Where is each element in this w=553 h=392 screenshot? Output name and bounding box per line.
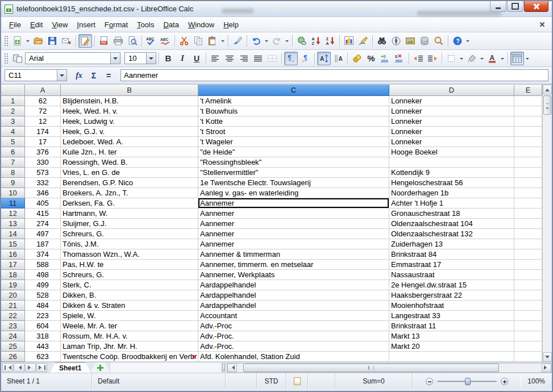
cell-C3[interactable]: 't Kotte xyxy=(198,116,389,127)
cell-E25[interactable] xyxy=(514,341,542,352)
select-all-corner[interactable] xyxy=(1,85,25,96)
cell-A8[interactable]: 573 xyxy=(25,168,61,178)
vertical-scrollbar[interactable] xyxy=(542,85,552,362)
cell-C18[interactable]: Aannemer, Werkplaats xyxy=(198,270,389,280)
cell-E14[interactable] xyxy=(514,229,542,239)
currency-button[interactable] xyxy=(350,52,364,65)
status-insert-mode[interactable] xyxy=(226,373,257,389)
cell-C12[interactable]: Aannemer xyxy=(198,208,389,219)
cell-A20[interactable]: 528 xyxy=(25,290,61,301)
cell-D21[interactable]: Mooienhofstraat xyxy=(389,301,514,311)
cell-D5[interactable]: Lonneker xyxy=(389,137,514,147)
cell-C16[interactable]: Aannemer & timmerman xyxy=(198,249,389,260)
cell-E22[interactable] xyxy=(514,311,542,321)
menu-help[interactable]: Help xyxy=(219,18,243,31)
scroll-left-icon[interactable] xyxy=(227,364,237,372)
toolbar-grip[interactable] xyxy=(4,35,8,47)
cell-D14[interactable]: Oldenzaalschestraat 132 xyxy=(389,229,514,239)
cell-B11[interactable]: Derksen, Fa. G. xyxy=(61,198,198,208)
cell-A11[interactable]: 405 xyxy=(25,198,61,208)
row-header-11[interactable]: 11 xyxy=(1,198,25,208)
sort-ascending-button[interactable]: AZ xyxy=(309,34,323,48)
cell-C17[interactable]: Aannemer, timmerm. en metselaar xyxy=(198,260,389,270)
cell-E7[interactable] xyxy=(514,157,542,168)
cell-B10[interactable]: Broekers, A. Jzn., T. xyxy=(61,188,198,198)
font-name-dropdown[interactable] xyxy=(110,53,120,64)
zoom-out-icon[interactable] xyxy=(426,378,433,385)
redo-dropdown[interactable] xyxy=(284,34,290,48)
zoom-slider-thumb[interactable] xyxy=(465,378,471,385)
row-header-22[interactable]: 22 xyxy=(1,311,25,321)
borders-button[interactable] xyxy=(444,52,458,65)
menu-insert[interactable]: Insert xyxy=(72,18,100,31)
data-sources-button[interactable] xyxy=(418,34,431,48)
cell-A1[interactable]: 62 xyxy=(25,96,61,106)
cell-E21[interactable] xyxy=(514,301,542,311)
styles-icon[interactable] xyxy=(11,52,24,65)
cell-A17[interactable]: 588 xyxy=(25,260,61,270)
open-button[interactable] xyxy=(31,34,45,48)
cell-B20[interactable]: Dikken, B. xyxy=(61,290,198,301)
cell-A21[interactable]: 484 xyxy=(25,301,61,311)
font-size-dropdown[interactable] xyxy=(146,53,156,64)
cell-C19[interactable]: Aardappelhandel xyxy=(198,280,389,290)
cell-B14[interactable]: Schreurs, G. xyxy=(61,229,198,239)
row-header-26[interactable]: 26 xyxy=(1,352,25,362)
status-zoom-level[interactable]: 100% xyxy=(521,373,552,389)
cell-C25[interactable]: Adv.-Proc. xyxy=(198,341,389,352)
cell-C20[interactable]: Aardappelhandel xyxy=(198,290,389,301)
cell-E23[interactable] xyxy=(514,321,542,331)
menu-file[interactable]: File xyxy=(5,18,26,31)
restore-button[interactable] xyxy=(507,1,523,12)
row-header-8[interactable]: 8 xyxy=(1,168,25,178)
cell-C2[interactable]: 't Bouwhuis xyxy=(198,106,389,116)
text-ltr-button[interactable]: ¶ xyxy=(284,52,298,65)
row-header-15[interactable]: 15 xyxy=(1,239,25,249)
vertical-scroll-thumb[interactable] xyxy=(543,95,551,115)
cell-E1[interactable] xyxy=(514,96,542,106)
cell-E6[interactable] xyxy=(514,147,542,157)
redo-button[interactable] xyxy=(270,34,284,48)
cell-D10[interactable]: Noorderhagen 1b xyxy=(389,188,514,198)
close-document-icon[interactable] xyxy=(536,19,548,30)
horizontal-scroll-thumb[interactable] xyxy=(243,364,499,372)
cell-E10[interactable] xyxy=(514,188,542,198)
menu-edit[interactable]: Edit xyxy=(26,18,47,31)
cell-A23[interactable]: 604 xyxy=(25,321,61,331)
cell-C26[interactable]: Afd. Kolenhandel, Station Zuid xyxy=(198,352,389,362)
row-header-17[interactable]: 17 xyxy=(1,260,25,270)
new-document-button[interactable] xyxy=(11,34,24,48)
paste-button[interactable] xyxy=(206,34,219,48)
cell-C13[interactable]: Aannemer xyxy=(198,219,389,229)
cell-B6[interactable]: Kuile Jzn., H. ter xyxy=(61,147,198,157)
cell-D18[interactable]: Nassaustraat xyxy=(389,270,514,280)
formula-input-line[interactable]: Aannemer xyxy=(120,69,548,81)
find-replace-button[interactable] xyxy=(375,34,389,48)
cell-B4[interactable]: Heek, G.J. v. xyxy=(61,127,198,137)
cell-A24[interactable]: 318 xyxy=(25,331,61,341)
cell-A15[interactable]: 187 xyxy=(25,239,61,249)
italic-button[interactable]: I xyxy=(176,52,189,65)
cell-B24[interactable]: Rossum, Mr. H.A. v. xyxy=(61,331,198,341)
cell-B21[interactable]: Dikken & v. Straten xyxy=(61,301,198,311)
cell-D2[interactable]: Lonneker xyxy=(389,106,514,116)
cell-E26[interactable] xyxy=(514,352,542,362)
cell-E24[interactable] xyxy=(514,331,542,341)
cell-D16[interactable]: Brinkstraat 84 xyxy=(389,249,514,260)
cell-A12[interactable]: 415 xyxy=(25,208,61,219)
cell-A22[interactable]: 223 xyxy=(25,311,61,321)
background-color-dropdown[interactable] xyxy=(479,52,485,65)
cell-B15[interactable]: Tönis, J.M. xyxy=(61,239,198,249)
background-color-button[interactable] xyxy=(465,52,479,65)
horizontal-scrollbar[interactable] xyxy=(227,363,552,373)
row-header-14[interactable]: 14 xyxy=(1,229,25,239)
cell-D6[interactable]: Hooge Boekel xyxy=(389,147,514,157)
align-right-button[interactable] xyxy=(237,52,251,65)
row-header-16[interactable]: 16 xyxy=(1,249,25,260)
name-box-dropdown[interactable] xyxy=(57,70,66,81)
row-header-12[interactable]: 12 xyxy=(1,208,25,219)
cut-button[interactable] xyxy=(177,34,191,48)
cell-B3[interactable]: Heek, Ludwig v. xyxy=(61,116,198,127)
navigator-button[interactable] xyxy=(389,34,403,48)
cell-A10[interactable]: 346 xyxy=(25,188,61,198)
